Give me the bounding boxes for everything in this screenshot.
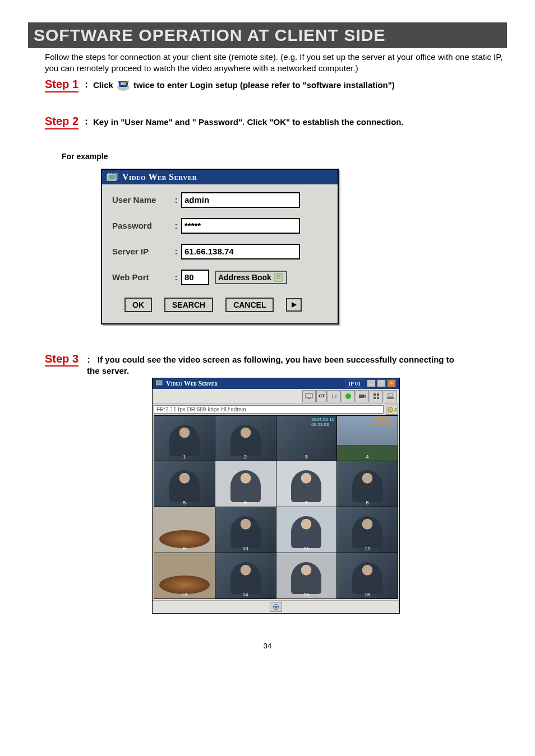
search-button[interactable]: SEARCH <box>164 298 213 312</box>
password-input[interactable] <box>181 218 300 234</box>
step1-label: Step 1 <box>45 78 79 92</box>
cancel-button[interactable]: CANCEL <box>225 298 274 312</box>
step3-text: If you could see the video screen as fol… <box>98 355 454 364</box>
address-book-label: Address Book <box>218 273 271 282</box>
play-button[interactable] <box>286 298 302 312</box>
svg-rect-11 <box>306 393 312 398</box>
minimize-button[interactable]: _ <box>367 379 376 387</box>
monitor-icon[interactable] <box>302 390 316 402</box>
colon: : <box>171 272 181 282</box>
video-cell[interactable]: 10 <box>215 507 276 553</box>
step2-text: Key in "User Name" and " Password". Clic… <box>93 117 404 127</box>
colon: : <box>171 195 181 205</box>
step1-line: Step 1 ： Click twice to enter Login setu… <box>45 78 507 92</box>
gear-icon <box>387 406 394 413</box>
svg-marker-15 <box>364 395 366 398</box>
step3-text-line2: the server. <box>87 366 507 375</box>
intro-paragraph: Follow the steps for connection at your … <box>45 52 507 75</box>
video-cell[interactable]: 14 <box>215 553 276 599</box>
viewer-toolbar: CT | |/ <box>153 389 399 404</box>
gear-count: 2 <box>394 407 396 412</box>
page-number: 34 <box>28 642 507 650</box>
video-grid: 1 2 2004-03-1608:58:083 17:03:0404-04-19… <box>154 415 398 599</box>
colon: ： <box>82 79 91 91</box>
svg-rect-14 <box>359 395 364 398</box>
video-viewer-window: Video Web Server IP 01 _ □ × CT | |/ FR:… <box>152 378 400 614</box>
password-label: Password <box>112 221 171 230</box>
video-cell[interactable]: 5 <box>154 461 215 507</box>
viewer-window-title: Video Web Server <box>166 379 218 388</box>
rec-button[interactable] <box>342 390 355 402</box>
serverip-label: Server IP <box>112 247 171 256</box>
login-dialog: Video Web Server User Name : Password : … <box>101 169 339 324</box>
step1-text-b: twice to enter Login setup (please refer… <box>133 80 395 90</box>
viewer-bottom-bar <box>153 600 399 613</box>
svg-rect-17 <box>377 393 379 396</box>
sys-button[interactable] <box>384 390 397 402</box>
play-icon <box>290 302 297 308</box>
page-title: SOFTWARE OPERATION AT CLIENT SIDE <box>34 26 385 44</box>
webport-input[interactable] <box>181 270 209 285</box>
username-label: User Name <box>112 195 171 205</box>
step3-label: Step 3 <box>45 353 79 367</box>
video-cell[interactable]: 2 <box>215 416 276 461</box>
viewer-titlebar: Video Web Server IP 01 _ □ × <box>153 378 399 389</box>
svg-point-23 <box>390 409 391 410</box>
video-cell[interactable]: 7 <box>276 461 337 507</box>
window-icon <box>156 379 164 388</box>
colon: ： <box>84 355 93 364</box>
video-cell[interactable]: 8 <box>337 461 398 507</box>
step2-line: Step 2 ： Key in "User Name" and " Passwo… <box>45 115 507 129</box>
svg-rect-19 <box>377 397 379 399</box>
video-cell[interactable]: 12 <box>337 507 398 553</box>
meter-toolbar-button[interactable]: | |/ <box>328 390 341 402</box>
svg-rect-12 <box>308 398 310 399</box>
chevron-down-icon <box>273 604 279 610</box>
window-icon <box>107 173 119 182</box>
svg-marker-25 <box>274 606 278 609</box>
step3-block: Step 3 ： If you could see the video scre… <box>45 353 507 614</box>
ok-button[interactable]: OK <box>124 298 152 312</box>
grid-button[interactable] <box>370 390 383 402</box>
video-cell[interactable]: 16 <box>337 553 398 599</box>
video-cell[interactable]: 9 <box>154 507 215 553</box>
gear-button[interactable]: 2 <box>386 405 398 415</box>
svg-rect-18 <box>373 397 376 399</box>
ct-toolbar-label[interactable]: CT <box>316 390 327 402</box>
username-input[interactable] <box>181 192 300 208</box>
video-cell[interactable]: 15 <box>276 553 337 599</box>
svg-marker-9 <box>292 302 297 308</box>
colon: : <box>171 221 181 230</box>
serverip-input[interactable] <box>181 244 300 259</box>
close-button[interactable]: × <box>387 379 396 387</box>
video-cell[interactable]: 11 <box>276 507 337 553</box>
login-titlebar: Video Web Server <box>102 170 338 184</box>
video-cell[interactable]: 13 <box>154 553 215 599</box>
address-book-button[interactable]: Address Book <box>215 271 287 284</box>
video-cell[interactable]: 2004-03-1608:58:083 <box>276 416 337 461</box>
book-icon <box>274 273 284 282</box>
video-cell[interactable]: 1 <box>154 416 215 461</box>
colon: ： <box>82 116 91 128</box>
launcher-icon <box>117 79 130 91</box>
video-cell[interactable]: 17:03:0404-04-19954 <box>337 416 398 461</box>
svg-rect-20 <box>387 397 394 399</box>
status-field: FR:2.11 fps DR:689 kbps HU:admin <box>154 405 384 414</box>
status-row: FR:2.11 fps DR:689 kbps HU:admin 2 <box>153 404 399 415</box>
page-title-bar: SOFTWARE OPERATION AT CLIENT SIDE <box>28 22 507 48</box>
dropdown-button[interactable] <box>270 602 282 612</box>
step1-text-a: Click <box>93 80 113 90</box>
ip-badge: IP 01 <box>345 379 363 388</box>
svg-rect-21 <box>388 393 393 396</box>
step2-label: Step 2 <box>45 115 79 129</box>
svg-rect-10 <box>156 381 162 385</box>
webport-label: Web Port <box>112 272 171 282</box>
video-cell[interactable]: 6 <box>215 461 276 507</box>
example-label: For example <box>62 152 507 161</box>
login-window-title: Video Web Server <box>122 172 197 182</box>
maximize-button[interactable]: □ <box>377 379 386 387</box>
svg-rect-16 <box>373 393 376 396</box>
svg-point-13 <box>345 393 351 399</box>
cam-button[interactable] <box>356 390 369 402</box>
svg-rect-5 <box>275 273 282 281</box>
